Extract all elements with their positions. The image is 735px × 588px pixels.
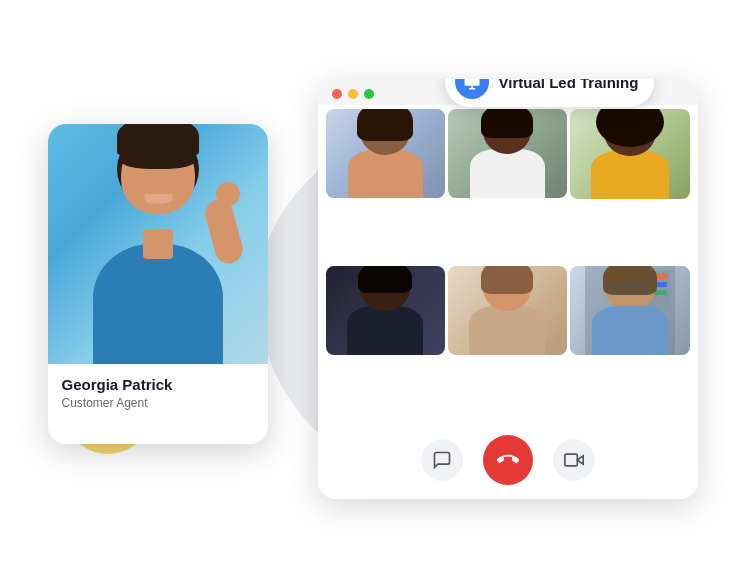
scene: Georgia Patrick Customer Agent Virtual L…: [28, 24, 708, 564]
video-grid: [318, 105, 698, 423]
dot-yellow: [348, 89, 358, 99]
video-cell-3: [570, 109, 689, 199]
video-button[interactable]: [553, 439, 595, 481]
video-cell-4: [326, 266, 445, 355]
monitor-icon: [455, 79, 489, 99]
profile-role: Customer Agent: [62, 396, 254, 410]
end-call-button[interactable]: [483, 435, 533, 485]
svg-rect-2: [564, 454, 577, 466]
notification-title: Virtual Led Training: [499, 79, 639, 91]
video-card: Virtual Led Training: [318, 79, 698, 499]
svg-marker-1: [577, 456, 583, 464]
dot-red: [332, 89, 342, 99]
notification-bubble: Virtual Led Training: [445, 79, 655, 107]
video-controls: [318, 423, 698, 499]
svg-rect-0: [464, 79, 479, 86]
profile-name: Georgia Patrick: [62, 376, 254, 393]
profile-card-info: Georgia Patrick Customer Agent: [48, 364, 268, 420]
profile-card: Georgia Patrick Customer Agent: [48, 124, 268, 444]
video-cell-2: [448, 109, 567, 198]
video-cell-5: [448, 266, 567, 355]
video-cell-6: [570, 266, 689, 356]
video-cell-1: [326, 109, 445, 198]
dot-green: [364, 89, 374, 99]
chat-button[interactable]: [421, 439, 463, 481]
profile-image: [48, 124, 268, 364]
